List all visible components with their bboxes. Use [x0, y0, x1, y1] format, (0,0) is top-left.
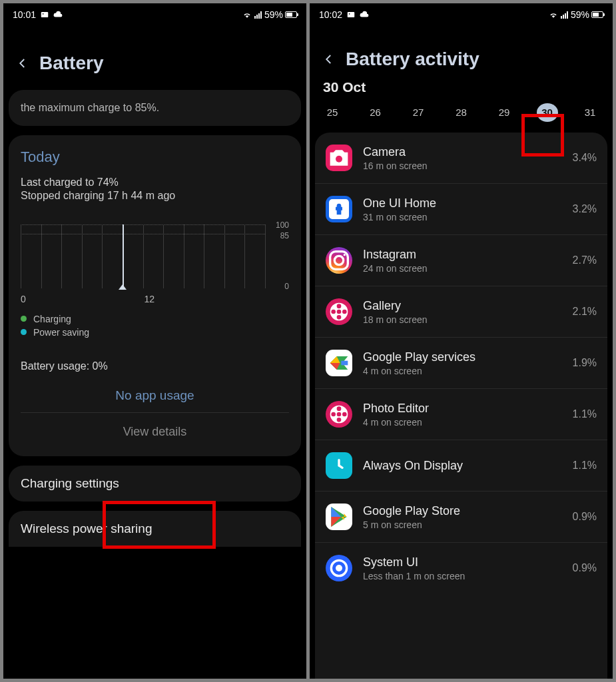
play-icon — [326, 350, 352, 376]
day-25[interactable]: 25 — [322, 103, 343, 122]
cloud-icon — [360, 10, 369, 19]
legend-charging: Charging — [33, 314, 71, 324]
svg-rect-11 — [341, 361, 348, 366]
svg-point-7 — [344, 254, 346, 256]
day-27[interactable]: 27 — [408, 103, 429, 122]
signal-icon — [561, 11, 568, 19]
wifi-icon — [549, 10, 558, 19]
svg-point-3 — [349, 13, 350, 15]
screen-battery: 10:01 59% Battery the maximum charge — [3, 3, 306, 679]
svg-rect-2 — [348, 12, 355, 17]
app-name: Photo Editor — [363, 402, 562, 416]
wireless-power-sharing-row[interactable]: Wireless power sharing — [9, 511, 301, 547]
day-30[interactable]: 30 — [537, 103, 558, 122]
app-percent: 3.4% — [573, 152, 597, 164]
last-charged-text: Last charged to 74% — [21, 176, 289, 188]
app-row-camera[interactable]: Camera16 m on screen3.4% — [315, 133, 607, 184]
svg-point-1 — [43, 13, 44, 15]
app-row-google-play-services[interactable]: Google Play services4 m on screen1.9% — [315, 338, 607, 389]
app-name: One UI Home — [363, 196, 562, 210]
charging-settings-label: Charging settings — [21, 476, 289, 491]
view-details-button[interactable]: View details — [21, 413, 289, 443]
svg-point-20 — [336, 565, 342, 571]
app-name: Camera — [363, 145, 562, 159]
app-row-gallery[interactable]: Gallery18 m on screen2.1% — [315, 286, 607, 338]
app-usage-list: Camera16 m on screen3.4%One UI Home31 m … — [315, 133, 607, 679]
app-percent: 0.9% — [573, 511, 597, 523]
gallery-icon — [326, 298, 352, 325]
page-title: Battery — [39, 53, 103, 74]
status-time: 10:02 — [319, 9, 342, 20]
image-icon — [40, 10, 49, 19]
day-31[interactable]: 31 — [579, 103, 601, 122]
day-28[interactable]: 28 — [451, 103, 472, 122]
back-icon[interactable] — [15, 56, 30, 71]
app-percent: 0.9% — [573, 562, 597, 574]
legend-dot-powersaving — [21, 329, 27, 335]
app-subtext: 4 m on screen — [363, 366, 562, 376]
header: Battery activity — [310, 26, 613, 79]
app-name: System UI — [363, 555, 562, 569]
app-row-one-ui-home[interactable]: One UI Home31 m on screen3.2% — [315, 184, 607, 235]
app-subtext: 4 m on screen — [363, 417, 562, 428]
svg-point-6 — [334, 256, 343, 264]
app-name: Google Play services — [363, 350, 562, 364]
home-icon — [326, 196, 352, 222]
app-subtext: 18 m on screen — [363, 314, 562, 325]
app-row-system-ui[interactable]: System UILess than 1 m on screen0.9% — [315, 543, 607, 593]
app-row-photo-editor[interactable]: Photo Editor4 m on screen1.1% — [315, 389, 607, 440]
app-subtext: 16 m on screen — [363, 161, 562, 171]
wifi-icon — [242, 10, 252, 19]
day-29[interactable]: 29 — [493, 103, 515, 122]
app-percent: 1.1% — [573, 408, 597, 420]
app-name: Always On Display — [363, 459, 562, 473]
y-label-0: 0 — [284, 282, 289, 291]
app-subtext: 5 m on screen — [363, 519, 562, 530]
instagram-icon — [326, 247, 352, 274]
charging-settings-row[interactable]: Charging settings — [9, 466, 301, 502]
status-bar: 10:01 59% — [3, 3, 306, 26]
header: Battery — [3, 26, 306, 94]
aod-icon — [326, 452, 352, 479]
screen-battery-activity: 10:02 59% Battery activity 30 Oct 252627… — [310, 3, 613, 679]
app-row-instagram[interactable]: Instagram24 m on screen2.7% — [315, 235, 607, 286]
battery-usage-text: Battery usage: 0% — [21, 360, 289, 372]
legend-dot-charging — [21, 316, 27, 322]
status-battery: 59% — [571, 9, 603, 20]
legend-powersaving: Power saving — [33, 327, 89, 338]
protect-battery-text: the maximum charge to 85%. — [21, 101, 289, 115]
app-subtext: Less than 1 m on screen — [363, 571, 562, 581]
cloud-icon — [53, 10, 63, 19]
x-label-12: 12 — [144, 294, 154, 304]
today-card: Today Last charged to 74% Stopped chargi… — [9, 135, 301, 456]
status-battery: 59% — [264, 9, 297, 20]
app-subtext: 31 m on screen — [363, 212, 562, 222]
day-selector[interactable]: 25262728293031 — [310, 103, 613, 129]
app-percent: 1.9% — [573, 357, 597, 369]
x-label-0: 0 — [21, 294, 26, 304]
app-subtext: 24 m on screen — [363, 263, 562, 274]
today-heading: Today — [21, 149, 289, 166]
stopped-charging-text: Stopped charging 17 h 44 m ago — [21, 190, 289, 202]
day-26[interactable]: 26 — [365, 103, 386, 122]
back-icon[interactable] — [322, 52, 336, 67]
app-name: Instagram — [363, 248, 562, 262]
page-title: Battery activity — [346, 49, 479, 70]
app-name: Google Play Store — [363, 504, 562, 518]
protect-battery-card[interactable]: the maximum charge to 85%. — [9, 90, 301, 126]
svg-point-4 — [336, 156, 342, 163]
svg-point-13 — [337, 412, 342, 417]
y-label-85: 85 — [280, 231, 289, 240]
app-row-always-on-display[interactable]: Always On Display1.1% — [315, 440, 607, 492]
app-percent: 3.2% — [573, 203, 597, 215]
app-name: Gallery — [363, 299, 562, 313]
battery-chart[interactable]: 100 85 0 0 12 — [21, 218, 289, 304]
camera-icon — [326, 145, 352, 171]
status-time: 10:01 — [13, 9, 36, 20]
app-percent: 2.7% — [573, 254, 597, 266]
svg-point-9 — [337, 310, 342, 314]
app-row-google-play-store[interactable]: Google Play Store5 m on screen0.9% — [315, 492, 607, 543]
app-percent: 1.1% — [573, 460, 597, 472]
no-app-usage: No app usage — [21, 388, 289, 403]
photo-icon — [326, 401, 352, 428]
